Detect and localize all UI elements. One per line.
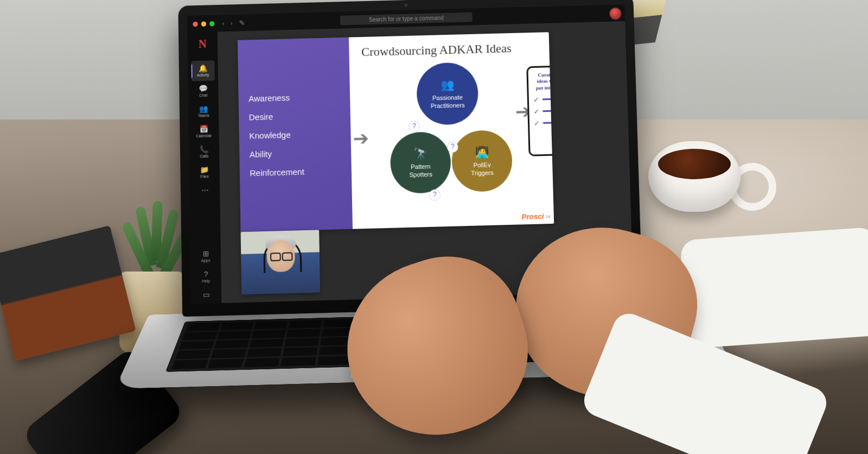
output-card: Curated list of ideas we can all put int… <box>526 65 554 156</box>
rail-item-label: Chat <box>199 93 207 98</box>
rail-item-calls[interactable]: 📞 Calls <box>192 141 216 162</box>
people-icon: 👥 <box>192 105 215 113</box>
shirt-cuff <box>680 227 868 349</box>
card-caption: Curated list of ideas we can all put int… <box>533 71 554 91</box>
rail-item-label: Calls <box>200 154 208 159</box>
binoculars-icon: 🔭 <box>413 147 427 161</box>
rail-item-device[interactable]: ▭ <box>194 287 218 304</box>
rail-item-apps[interactable]: ⊞ Apps <box>194 245 218 267</box>
calendar-icon: 📅 <box>192 125 215 133</box>
slide-sidebar: Awareness Desire Knowledge Ability Reinf… <box>238 37 353 232</box>
rail-item-more[interactable]: ⋯ <box>193 182 217 199</box>
rail-item-calendar[interactable]: 📅 Calendar <box>192 121 216 142</box>
rail-item-chat[interactable]: 💬 Chat <box>192 80 215 101</box>
adkar-term: Reinforcement <box>250 166 344 178</box>
arrow-right-icon: ➔ <box>353 127 369 149</box>
tenant-logo[interactable]: N <box>199 37 207 51</box>
more-icon: ⋯ <box>193 186 217 194</box>
rail-item-activity[interactable]: 🔔 Activity <box>191 60 215 81</box>
circle-pattern-spotters: 🔭 Pattern Spotters <box>390 131 451 194</box>
presenter-video[interactable] <box>241 230 321 294</box>
rail-item-label: Files <box>200 174 208 179</box>
group-icon: 👥 <box>440 78 454 92</box>
minimize-window-icon[interactable] <box>201 21 206 27</box>
rail-item-label: Activity <box>197 73 209 77</box>
phone-icon: 📞 <box>193 146 216 154</box>
slide-body: Crowdsourcing ADKAR Ideas ➔ 👥 Passionate… <box>349 32 554 229</box>
search-input[interactable]: Search for or type a command <box>340 12 473 25</box>
presenter-icon: 🧑‍💻 <box>475 145 489 160</box>
fullscreen-window-icon[interactable] <box>209 21 214 26</box>
help-icon: ? <box>194 270 218 278</box>
close-window-icon[interactable] <box>193 21 197 27</box>
apps-icon: ⊞ <box>194 250 218 258</box>
circle-pollev: 🧑‍💻 PollEv Triggers <box>451 130 513 192</box>
nav-back-forward[interactable]: ‹ › <box>222 20 235 27</box>
adkar-term: Awareness <box>248 91 343 103</box>
glasses-icon <box>270 252 293 260</box>
adkar-term: Ability <box>250 147 344 159</box>
window-traffic-lights[interactable] <box>193 21 214 26</box>
circle-label: PollEv <box>473 161 490 169</box>
slide-title: Crowdsourcing ADKAR Ideas <box>361 41 512 59</box>
webcam <box>404 3 407 7</box>
user-avatar[interactable] <box>609 8 622 20</box>
adkar-term: Knowledge <box>249 128 344 140</box>
brand-label: Prosci <box>521 212 544 221</box>
circle-label: Passionate <box>432 94 463 103</box>
check-icon: ✓ <box>534 119 540 128</box>
connector-dot: ? <box>409 121 420 133</box>
circle-label: Practitioners <box>431 102 465 110</box>
rail-item-label: Calendar <box>196 134 212 138</box>
rail-item-teams[interactable]: 👥 Teams <box>192 101 215 122</box>
circle-label: Pattern <box>411 163 431 171</box>
circle-label: Triggers <box>471 169 493 177</box>
bell-icon: 🔔 <box>191 64 214 72</box>
files-icon: 📁 <box>193 166 216 174</box>
rail-item-help[interactable]: ? Help <box>194 266 218 287</box>
app-rail: N 🔔 Activity 💬 Chat 👥 Teams 📅 <box>187 31 221 304</box>
rail-item-files[interactable]: 📁 Files <box>193 162 216 183</box>
rail-item-label: Teams <box>198 114 209 118</box>
circle-label: Spotters <box>410 171 432 179</box>
check-icon: ✓ <box>533 96 539 104</box>
connector-dot: ? <box>429 189 441 200</box>
rail-item-label: Apps <box>201 258 210 263</box>
device-icon: ▭ <box>194 291 218 299</box>
chat-icon: 💬 <box>192 85 215 93</box>
shared-slide[interactable]: Awareness Desire Knowledge Ability Reinf… <box>238 32 554 232</box>
rail-item-label: Help <box>202 279 210 283</box>
check-icon: ✓ <box>534 108 540 116</box>
slide-number: 34 <box>545 214 550 219</box>
circle-practitioners: 👥 Passionate Practitioners <box>416 62 479 125</box>
compose-icon[interactable]: ✎ <box>239 18 246 27</box>
adkar-term: Desire <box>249 110 344 122</box>
